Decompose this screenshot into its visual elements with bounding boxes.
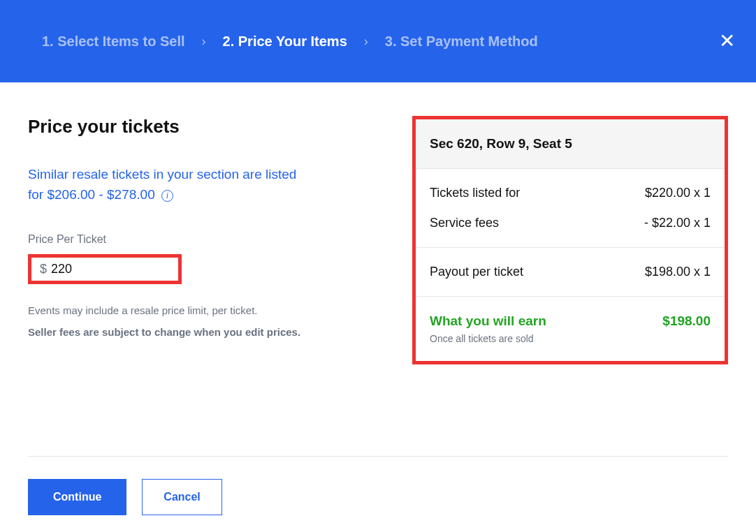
price-input[interactable] xyxy=(51,262,170,276)
summary-box: Sec 620, Row 9, Seat 5 Tickets listed fo… xyxy=(412,116,728,364)
earn-subtext: Once all tickets are sold xyxy=(430,333,546,344)
price-field-label: Price Per Ticket xyxy=(28,233,391,246)
summary-column: Sec 620, Row 9, Seat 5 Tickets listed fo… xyxy=(412,116,728,364)
chevron-right-icon: › xyxy=(364,34,368,49)
earn-amount: $198.00 xyxy=(662,313,711,329)
fees-note: Seller fees are subject to change when y… xyxy=(28,326,391,338)
chevron-right-icon: › xyxy=(202,34,206,49)
row-value: $220.00 x 1 xyxy=(645,186,711,200)
divider xyxy=(28,456,728,457)
payout-section: Payout per ticket $198.00 x 1 xyxy=(416,248,725,297)
continue-button[interactable]: Continue xyxy=(28,479,126,515)
earn-label: What you will earn xyxy=(430,313,546,329)
listing-section: Tickets listed for $220.00 x 1 Service f… xyxy=(416,169,725,248)
step-1[interactable]: 1. Select Items to Sell xyxy=(42,34,185,50)
summary-row: Service fees - $22.00 x 1 xyxy=(430,216,711,230)
info-icon[interactable]: i xyxy=(161,190,173,202)
close-button[interactable]: ✕ xyxy=(719,31,735,51)
footer: Continue Cancel xyxy=(28,456,728,515)
step-3[interactable]: 3. Set Payment Method xyxy=(385,34,538,50)
price-input-wrap[interactable]: $ xyxy=(28,254,182,284)
row-label: Payout per ticket xyxy=(430,265,523,279)
row-label: Service fees xyxy=(430,216,499,230)
summary-row: Payout per ticket $198.00 x 1 xyxy=(430,265,711,279)
close-icon: ✕ xyxy=(719,30,735,52)
pricing-form: Price your tickets Similar resale ticket… xyxy=(28,116,391,364)
row-label: Tickets listed for xyxy=(430,186,520,200)
seat-info: Sec 620, Row 9, Seat 5 xyxy=(416,119,725,169)
similar-line-1: Similar resale tickets in your section a… xyxy=(28,167,296,182)
currency-symbol: $ xyxy=(40,262,47,276)
content-area: Price your tickets Similar resale ticket… xyxy=(0,82,756,364)
earn-row: What you will earn Once all tickets are … xyxy=(430,313,711,344)
row-value: - $22.00 x 1 xyxy=(644,216,711,230)
wizard-header: 1. Select Items to Sell › 2. Price Your … xyxy=(0,0,756,82)
summary-row: Tickets listed for $220.00 x 1 xyxy=(430,186,711,200)
resale-limit-note: Events may include a resale price limit,… xyxy=(28,302,391,319)
button-row: Continue Cancel xyxy=(28,479,728,515)
similar-tickets-info: Similar resale tickets in your section a… xyxy=(28,164,391,205)
earn-section: What you will earn Once all tickets are … xyxy=(416,297,725,361)
step-2[interactable]: 2. Price Your Items xyxy=(223,34,347,50)
cancel-button[interactable]: Cancel xyxy=(142,479,221,515)
steps-nav: 1. Select Items to Sell › 2. Price Your … xyxy=(42,34,538,50)
row-value: $198.00 x 1 xyxy=(645,265,711,279)
similar-line-2: for $206.00 - $278.00 xyxy=(28,187,155,202)
page-title: Price your tickets xyxy=(28,116,391,138)
